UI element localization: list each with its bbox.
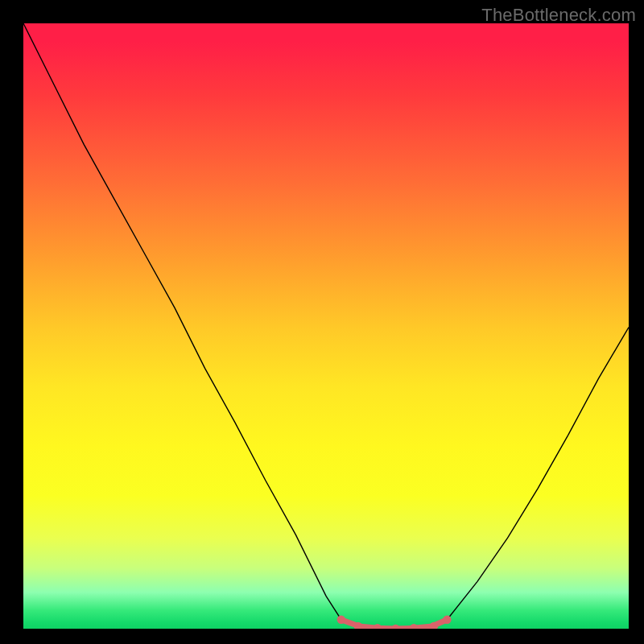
marker-dot xyxy=(337,616,345,624)
chart-plot-area xyxy=(23,23,629,629)
marker-dot xyxy=(391,625,399,629)
marker-dot xyxy=(443,616,451,624)
watermark: TheBottleneck.com xyxy=(481,5,636,26)
right-curve xyxy=(447,328,629,620)
marker-dot xyxy=(410,624,418,629)
marker-dot xyxy=(374,624,382,629)
left-curve xyxy=(23,23,341,620)
chart-svg xyxy=(23,23,629,629)
